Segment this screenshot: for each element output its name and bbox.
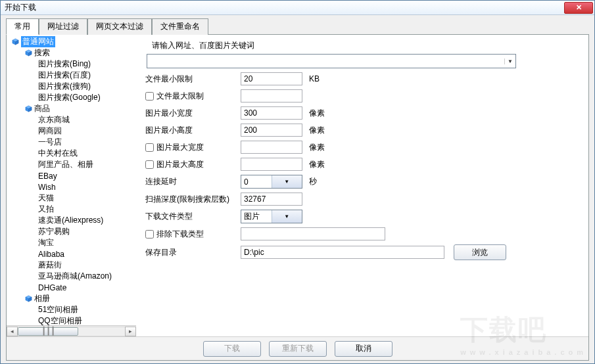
max_size-input[interactable] — [241, 89, 302, 102]
exclude-checkbox[interactable] — [145, 230, 154, 239]
max_h-checkbox[interactable] — [145, 160, 154, 169]
tree-node[interactable]: EBay — [8, 170, 136, 181]
download-button[interactable]: 下载 — [203, 341, 261, 357]
max_size-checkbox[interactable] — [145, 92, 154, 101]
tree-node[interactable]: 51空间相册 — [8, 304, 136, 315]
browse-button[interactable]: 浏览 — [454, 244, 506, 260]
tree-pane: 普通网站搜索图片搜索(Bing)图片搜索(百度)图片搜索(搜狗)图片搜索(Goo… — [7, 35, 136, 336]
form-row-savepath: 保存目录D:\pic浏览 — [145, 244, 579, 260]
label: 图片最小宽度 — [145, 108, 241, 119]
tree-node[interactable]: QQ空间相册 — [8, 315, 136, 325]
scroll-track[interactable]: ┃┃┃ — [18, 327, 125, 336]
label: 图片最小高度 — [145, 125, 241, 136]
tree-scroll[interactable]: 普通网站搜索图片搜索(Bing)图片搜索(百度)图片搜索(搜狗)图片搜索(Goo… — [7, 35, 136, 325]
cancel-button[interactable]: 取消 — [335, 341, 393, 357]
tree-node[interactable]: 又拍 — [8, 204, 136, 215]
delay-combo[interactable]: 0▼ — [241, 175, 302, 189]
label: 图片最大高度 — [145, 159, 241, 170]
max_w-input[interactable] — [241, 141, 302, 154]
savepath-input[interactable]: D:\pic — [241, 246, 444, 259]
form-row-max_size: 文件最大限制 — [145, 89, 579, 102]
tree-node[interactable]: 天猫 — [8, 193, 136, 204]
chevron-down-icon[interactable]: ▼ — [504, 58, 515, 64]
form-row-min_h: 图片最小高度200像素 — [145, 124, 579, 137]
unit-label: 像素 — [309, 108, 335, 119]
tree-node[interactable]: 中关村在线 — [8, 148, 136, 159]
form-row-max_w: 图片最大宽度像素 — [145, 141, 579, 154]
chevron-down-icon[interactable]: ▼ — [272, 210, 302, 223]
tree-node[interactable]: 图片搜索(Google) — [8, 92, 136, 103]
label: 文件最大限制 — [145, 91, 241, 102]
close-button[interactable]: ✕ — [564, 2, 593, 14]
tree-node[interactable]: 相册 — [8, 293, 136, 304]
depth-input[interactable]: 32767 — [241, 193, 302, 206]
window-title: 开始下载 — [5, 2, 564, 13]
min_h-input[interactable]: 200 — [241, 124, 302, 137]
cube-icon — [11, 38, 20, 46]
tree-node[interactable]: 商品 — [8, 103, 136, 114]
label: 图片最大宽度 — [145, 142, 241, 153]
url-input[interactable]: ▼ — [147, 54, 516, 68]
label: 扫描深度(限制搜索层数) — [145, 194, 241, 205]
tab-common[interactable]: 常用 — [6, 18, 39, 35]
form-row-delay: 连接延时0▼秒 — [145, 175, 579, 189]
tree-node[interactable]: 图片搜索(搜狗) — [8, 81, 136, 92]
label: 保存目录 — [145, 247, 241, 258]
tree-node[interactable]: Alibaba — [8, 248, 136, 260]
form-row-depth: 扫描深度(限制搜索层数)32767 — [145, 193, 579, 206]
max_h-input[interactable] — [241, 158, 302, 171]
label: 下载文件类型 — [145, 211, 241, 222]
scroll-right-icon[interactable]: ▸ — [125, 327, 136, 336]
tree-node[interactable]: 淘宝 — [8, 237, 136, 248]
unit-label: 秒 — [309, 176, 335, 187]
tab-url-filter[interactable]: 网址过滤 — [39, 18, 87, 35]
cube-icon — [24, 295, 33, 303]
tree-node[interactable]: DHGate — [8, 282, 136, 293]
unit-label: 像素 — [309, 125, 335, 136]
chevron-down-icon[interactable]: ▼ — [272, 175, 302, 188]
unit-label: 像素 — [309, 159, 335, 170]
max_w-checkbox[interactable] — [145, 143, 154, 152]
unit-label: KB — [309, 74, 335, 83]
main-area: 普通网站搜索图片搜索(Bing)图片搜索(百度)图片搜索(搜狗)图片搜索(Goo… — [7, 35, 588, 336]
tree-hscrollbar[interactable]: ◂ ┃┃┃ ▸ — [7, 325, 136, 336]
window: 开始下载 ✕ 常用 网址过滤 网页文本过滤 文件重命名 普通网站搜索图片搜索(B… — [0, 0, 595, 364]
tree-node[interactable]: 网商园 — [8, 125, 136, 137]
scroll-left-icon[interactable]: ◂ — [7, 327, 18, 336]
tree-node[interactable]: 一号店 — [8, 137, 136, 148]
label: 文件最小限制 — [145, 74, 241, 85]
tree-node[interactable]: 普通网站 — [8, 36, 136, 47]
tab-text-filter[interactable]: 网页文本过滤 — [87, 18, 152, 35]
site-tree: 普通网站搜索图片搜索(Bing)图片搜索(百度)图片搜索(搜狗)图片搜索(Goo… — [7, 35, 136, 325]
tree-node[interactable]: 苏宁易购 — [8, 226, 136, 237]
tree-node[interactable]: Wish — [8, 181, 136, 193]
min_w-input[interactable]: 300 — [241, 106, 302, 120]
min_size-input[interactable]: 20 — [241, 72, 302, 85]
label: 连接延时 — [145, 176, 241, 187]
label: 排除下载类型 — [145, 229, 241, 240]
button-bar: 下载 重新下载 取消 — [7, 336, 588, 360]
tree-node[interactable]: 图片搜索(百度) — [8, 70, 136, 81]
tree-node[interactable]: 图片搜索(Bing) — [8, 58, 136, 70]
form-row-min_size: 文件最小限制20KB — [145, 72, 579, 85]
close-icon: ✕ — [576, 3, 582, 12]
tree-node[interactable]: 亚马逊商城(Amazon) — [8, 271, 136, 282]
cube-icon — [24, 49, 33, 57]
exclude-input[interactable] — [241, 227, 385, 240]
redownload-button[interactable]: 重新下载 — [269, 341, 327, 357]
content-pane: 普通网站搜索图片搜索(Bing)图片搜索(百度)图片搜索(搜狗)图片搜索(Goo… — [6, 34, 589, 361]
form-row-exclude: 排除下载类型 — [145, 227, 579, 240]
scroll-thumb[interactable]: ┃┃┃ — [18, 327, 78, 336]
tree-node[interactable]: 蘑菇街 — [8, 260, 136, 271]
tab-strip: 常用 网址过滤 网页文本过滤 文件重命名 — [1, 15, 594, 34]
tree-node[interactable]: 速卖通(Aliexpress) — [8, 215, 136, 226]
form-row-filetype: 下载文件类型图片▼ — [145, 210, 579, 223]
form-row-max_h: 图片最大高度像素 — [145, 158, 579, 171]
tree-node[interactable]: 京东商城 — [8, 114, 136, 125]
cube-icon — [24, 105, 33, 113]
tree-node[interactable]: 阿里产品、相册 — [8, 159, 136, 170]
tree-node[interactable]: 搜索 — [8, 47, 136, 58]
tab-rename[interactable]: 文件重命名 — [152, 18, 208, 35]
filetype-combo[interactable]: 图片▼ — [241, 210, 302, 223]
titlebar[interactable]: 开始下载 ✕ — [1, 1, 594, 15]
